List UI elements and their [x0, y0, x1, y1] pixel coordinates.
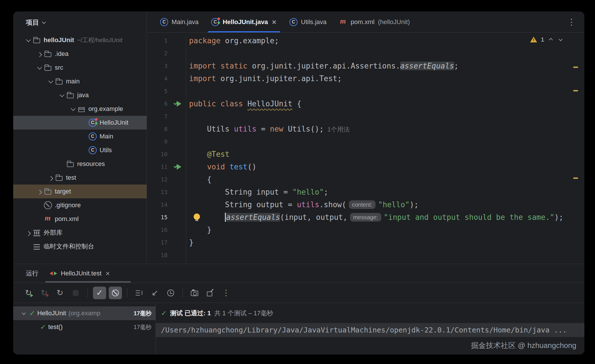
- run-test-icon[interactable]: [174, 163, 182, 170]
- gutter-line[interactable]: 12: [147, 173, 186, 186]
- tab-main-java[interactable]: Main.java: [154, 11, 205, 32]
- tree-item-test[interactable]: test: [13, 171, 147, 185]
- tree-item-utils[interactable]: Utils: [13, 143, 147, 157]
- camera-icon[interactable]: [188, 287, 201, 299]
- tree-item-idea[interactable]: .idea: [13, 47, 147, 61]
- tree-item-hellojunit-root[interactable]: helloJUnit ~/工程/helloJUnit: [13, 33, 147, 47]
- tab-utils-java[interactable]: Utils.java: [283, 11, 333, 32]
- code-line[interactable]: Utils utils = new Utils(); 1个用法: [189, 123, 584, 135]
- test-tree-item-test-method[interactable]: test() 17毫秒: [13, 320, 155, 334]
- close-icon[interactable]: ×: [271, 18, 277, 26]
- gutter-line[interactable]: 13: [147, 186, 186, 198]
- gutter-line[interactable]: 3: [147, 60, 186, 72]
- auto-test-icon[interactable]: [53, 287, 67, 299]
- code-line[interactable]: @Test: [189, 148, 584, 161]
- tree-item-main-class[interactable]: Main: [13, 130, 147, 143]
- code-line[interactable]: [189, 110, 584, 123]
- gutter-line[interactable]: 1: [147, 34, 186, 47]
- show-ignored-toggle[interactable]: [109, 287, 122, 299]
- play-overlay-icon: [30, 294, 33, 297]
- test-tree-item-hellojunit[interactable]: HelloJUnit (org.examp 17毫秒: [13, 306, 155, 320]
- code-line[interactable]: {: [189, 173, 584, 186]
- chevron-up-icon[interactable]: [548, 36, 554, 43]
- chevron-right-icon[interactable]: [35, 187, 44, 196]
- gutter-line[interactable]: 17: [147, 236, 186, 249]
- chevron-down-icon[interactable]: [69, 105, 77, 113]
- chevron-right-icon[interactable]: [46, 173, 55, 182]
- console-command-line[interactable]: /Users/hzhuangchong/Library/Java/JavaVir…: [156, 323, 584, 337]
- gutter-line[interactable]: 9: [147, 135, 186, 148]
- clock-face-icon: [167, 289, 174, 296]
- chevron-down-icon[interactable]: [24, 36, 33, 44]
- tree-item-resources[interactable]: resources: [13, 157, 147, 171]
- gutter-line[interactable]: 2: [147, 47, 186, 60]
- close-icon[interactable]: ×: [105, 270, 110, 277]
- editor-body[interactable]: 123456789101112131415161718 package org.…: [147, 33, 584, 264]
- code-line[interactable]: void test(): [189, 161, 584, 173]
- gutter-line[interactable]: 16: [147, 224, 186, 236]
- stop-icon[interactable]: [69, 287, 82, 299]
- code-line[interactable]: [189, 135, 584, 148]
- code-line[interactable]: [189, 85, 584, 97]
- code-line[interactable]: [189, 249, 584, 261]
- chevron-right-icon[interactable]: [24, 228, 33, 237]
- tree-item-pom-xml[interactable]: pom.xml: [13, 212, 147, 226]
- code-line[interactable]: }: [189, 236, 584, 249]
- tree-item-gitignore[interactable]: .gitignore: [13, 198, 147, 212]
- inspection-widget[interactable]: 1: [530, 36, 564, 43]
- chevron-down-icon[interactable]: [557, 36, 564, 43]
- clock-icon[interactable]: [164, 287, 177, 299]
- tab-scrollbar[interactable]: [45, 281, 131, 283]
- tree-item-external-libraries[interactable]: 外部库: [13, 226, 147, 240]
- more-icon[interactable]: [567, 17, 576, 27]
- chevron-down-icon[interactable]: [58, 91, 66, 99]
- jump-to-source-icon[interactable]: [148, 287, 162, 299]
- code-line[interactable]: String input = "hello";: [189, 186, 584, 198]
- code-line[interactable]: }: [189, 224, 584, 236]
- gutter-line[interactable]: 11: [147, 161, 186, 173]
- gutter-line[interactable]: 5: [147, 85, 186, 97]
- gutter-line[interactable]: 6: [147, 97, 186, 110]
- scroll-marker[interactable]: [573, 90, 578, 91]
- show-passed-toggle[interactable]: [93, 287, 106, 299]
- chevron-down-icon[interactable]: [46, 77, 55, 86]
- tab-pom-xml[interactable]: pom.xml (helloJUnit): [333, 11, 416, 32]
- code-line[interactable]: assertEquals(input, output,message:"inpu…: [189, 211, 584, 224]
- gutter-line[interactable]: 4: [147, 72, 186, 85]
- tree-item-org-example[interactable]: org.example: [13, 102, 147, 116]
- chevron-down-icon[interactable]: [21, 310, 27, 316]
- scroll-marker[interactable]: [573, 177, 578, 179]
- sort-by-duration-icon[interactable]: [133, 287, 146, 299]
- lightbulb-icon[interactable]: [194, 214, 200, 220]
- code-line[interactable]: package org.example;: [189, 34, 584, 47]
- tree-item-hellojunit[interactable]: HelloJUnit: [13, 116, 147, 130]
- more-icon[interactable]: [219, 287, 233, 299]
- run-test-icon[interactable]: [174, 100, 182, 107]
- code-line[interactable]: import org.junit.jupiter.api.Test;: [189, 72, 584, 85]
- project-panel-header[interactable]: 项目: [13, 11, 147, 33]
- scroll-marker[interactable]: [573, 66, 578, 68]
- rerun-failed-icon[interactable]: [38, 287, 51, 299]
- chevron-right-icon[interactable]: [35, 50, 44, 58]
- export-icon[interactable]: [204, 287, 217, 299]
- tree-item-main[interactable]: main: [13, 75, 147, 88]
- run-tab-hellojunit-test[interactable]: HelloJUnit.test ×: [49, 269, 110, 277]
- gutter-line[interactable]: 18: [147, 249, 186, 261]
- code-line[interactable]: import static org.junit.jupiter.api.Asse…: [189, 60, 584, 72]
- tree-item-scratches[interactable]: 临时文件和控制台: [13, 240, 147, 253]
- gutter-line[interactable]: 7: [147, 110, 186, 123]
- code-line[interactable]: String output = utils.show(content:"hell…: [189, 198, 584, 211]
- tab-hellojunit-java[interactable]: HelloJUnit.java ×: [205, 11, 283, 32]
- rerun-icon[interactable]: [22, 287, 35, 299]
- gutter-line[interactable]: 8: [147, 123, 186, 135]
- gutter-line[interactable]: 14: [147, 198, 186, 211]
- code-line[interactable]: [189, 47, 584, 60]
- tree-item-java[interactable]: java: [13, 88, 147, 102]
- chevron-down-icon[interactable]: [35, 63, 44, 72]
- tree-item-target[interactable]: target: [13, 185, 147, 198]
- code-line[interactable]: public class HelloJUnit {: [189, 97, 584, 110]
- tree-item-src[interactable]: src: [13, 61, 147, 75]
- gutter-line[interactable]: 15: [147, 211, 186, 224]
- code-area[interactable]: package org.example;import static org.ju…: [186, 34, 584, 264]
- gutter-line[interactable]: 10: [147, 148, 186, 161]
